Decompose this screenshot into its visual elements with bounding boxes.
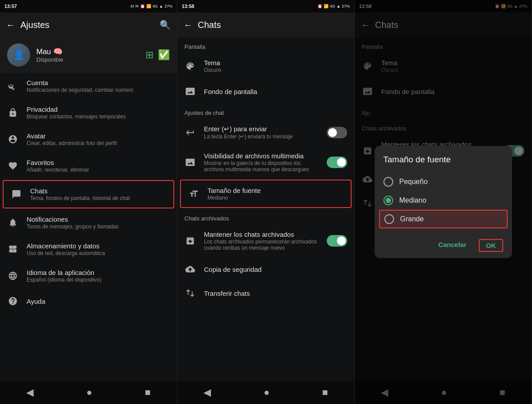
bell-icon xyxy=(7,217,19,228)
dialog-buttons: Cancelar OK xyxy=(383,235,503,252)
chats-item-fuente-title: Tamaño de fuente xyxy=(207,187,344,194)
chats-item-enter[interactable]: Enter (↵) para enviar La tecla Enter (↵)… xyxy=(177,119,354,146)
toggle-multimedia[interactable] xyxy=(327,157,347,168)
settings-item-idioma[interactable]: Idioma de la aplicación Español (idioma … xyxy=(0,263,177,289)
status-icons-1: M ✉ ⏰ 📶 4G ▲ 27% xyxy=(131,4,172,8)
dialog-option-pequeño[interactable]: Pequeño xyxy=(383,173,503,191)
chats-item-multimedia-subtitle: Mostrar en la galería de tu dispositivo … xyxy=(204,160,319,173)
chats-item-archivados[interactable]: Mantener los chats archivados Los chats … xyxy=(177,224,354,257)
toggle-archivados[interactable] xyxy=(327,235,347,247)
panel-chats-dialog: 13:58 ⏰ 📶 4G ▲ 27% ← Chats Pantalla Tema… xyxy=(355,0,532,404)
chats-item-fuente-subtitle: Mediano xyxy=(207,195,344,201)
chats-item-tema-subtitle: Oscuro xyxy=(204,67,347,73)
chats-item-backup-title: Copia de seguridad xyxy=(204,266,347,273)
chats-item-archivados-subtitle: Los chats archivados permanecerán archiv… xyxy=(204,239,319,251)
item-title-idioma: Idioma de la aplicación xyxy=(27,269,170,276)
profile-status: Disponible xyxy=(36,56,139,63)
chats-item-enter-subtitle: La tecla Enter (↵) enviará tu mensaje xyxy=(204,133,319,140)
globe-icon xyxy=(7,270,19,282)
settings-item-cuenta[interactable]: Cuenta Notificaciones de seguridad, camb… xyxy=(0,73,177,99)
section-label-archivados: Chats archivados xyxy=(177,209,354,224)
panel-ajustes: 13:57 M ✉ ⏰ 📶 4G ▲ 27% ← Ajustes 🔍 👤 Mau… xyxy=(0,0,177,404)
page-title-1: Ajustes xyxy=(20,20,154,30)
recent-nav-1[interactable]: ■ xyxy=(136,383,159,402)
header-2: ← Chats xyxy=(177,12,354,37)
cancel-button[interactable]: Cancelar xyxy=(435,239,470,252)
home-nav-2[interactable]: ● xyxy=(255,383,278,402)
chats-item-fuente[interactable]: Tamaño de fuente Mediano xyxy=(180,180,352,208)
back-nav-1[interactable]: ◀ xyxy=(17,383,43,402)
archive-icon xyxy=(184,235,196,247)
back-button-1[interactable]: ← xyxy=(6,20,15,30)
profile-section[interactable]: 👤 Mau 🧠 Disponible ⊞ ✅ xyxy=(0,37,177,73)
bottom-nav-1: ◀ ● ■ xyxy=(0,381,177,404)
item-title-avatar: Avatar xyxy=(27,132,170,140)
chat-icon xyxy=(11,188,22,200)
radio-pequeño xyxy=(383,177,393,187)
chats-item-multimedia-title: Visibilidad de archivos multimedia xyxy=(204,152,319,160)
chats-item-archivados-title: Mantener los chats archivados xyxy=(204,231,319,238)
check-circle-icon[interactable]: ✅ xyxy=(158,49,170,61)
option-label-pequeño: Pequeño xyxy=(399,178,428,186)
toggle-enter[interactable] xyxy=(327,127,347,138)
storage-icon xyxy=(7,243,19,255)
settings-item-almacenamiento[interactable]: Almacenamiento y datos Uso de red, desca… xyxy=(0,236,177,263)
settings-item-chats[interactable]: Chats Tema, fondos de pantalla, historia… xyxy=(3,180,174,208)
dialog-option-mediano[interactable]: Mediano xyxy=(383,191,503,210)
help-icon xyxy=(7,295,19,307)
item-subtitle-cuenta: Notificaciones de seguridad, cambiar núm… xyxy=(27,87,170,93)
chats-settings-list: Pantalla Tema Oscuro Fondo de pantalla A… xyxy=(177,37,354,381)
item-title-favoritos: Favoritos xyxy=(27,159,170,166)
chats-item-fondo-title: Fondo de pantalla xyxy=(204,88,347,95)
profile-name: Mau 🧠 xyxy=(36,47,139,56)
backup-icon xyxy=(184,263,196,275)
ok-button[interactable]: OK xyxy=(479,239,503,252)
settings-item-ayuda[interactable]: Ayuda xyxy=(0,289,177,313)
chats-item-transfer[interactable]: Transferir chats xyxy=(177,281,354,305)
status-icons-2: ⏰ 📶 4G ▲ 27% xyxy=(317,4,350,8)
chats-item-transfer-title: Transferir chats xyxy=(204,290,347,297)
dialog-overlay: Tamaño de fuente Pequeño Mediano Grande … xyxy=(355,0,532,404)
time-1: 13:57 xyxy=(4,4,17,9)
chats-item-multimedia[interactable]: Visibilidad de archivos multimedia Mostr… xyxy=(177,146,354,179)
font-icon xyxy=(188,188,200,200)
item-subtitle-notificaciones: Tonos de mensajes, grupos y llamadas xyxy=(27,224,170,230)
section-label-pantalla: Pantalla xyxy=(177,37,354,53)
chats-item-enter-title: Enter (↵) para enviar xyxy=(204,125,319,133)
status-bar-2: 13:58 ⏰ 📶 4G ▲ 27% xyxy=(177,0,354,12)
item-subtitle-idioma: Español (idioma del dispositivo) xyxy=(27,277,170,283)
avatar: 👤 xyxy=(7,43,30,67)
dialog-option-grande[interactable]: Grande xyxy=(379,210,508,228)
panel-chats: 13:58 ⏰ 📶 4G ▲ 27% ← Chats Pantalla Tema… xyxy=(177,0,355,404)
search-icon-1[interactable]: 🔍 xyxy=(160,20,171,30)
chats-item-fondo[interactable]: Fondo de pantalla xyxy=(177,79,354,103)
option-label-mediano: Mediano xyxy=(399,196,426,204)
qr-icon[interactable]: ⊞ xyxy=(145,49,153,61)
avatar-icon xyxy=(7,133,19,145)
item-subtitle-almacenamiento: Uso de red, descarga automática xyxy=(27,250,170,256)
settings-item-favoritos[interactable]: Favoritos Añadir, reordenar, eliminar xyxy=(0,153,177,179)
item-subtitle-privacidad: Bloquear contactos, mensajes temporales xyxy=(27,114,170,120)
enter-icon xyxy=(184,127,196,138)
section-label-ajustes: Ajustes de chat xyxy=(177,103,354,119)
back-button-2[interactable]: ← xyxy=(184,20,192,30)
heart-icon xyxy=(7,160,19,172)
home-nav-1[interactable]: ● xyxy=(78,383,101,402)
bottom-nav-2: ◀ ● ■ xyxy=(177,381,354,404)
chats-item-backup[interactable]: Copia de seguridad xyxy=(177,257,354,281)
settings-item-notificaciones[interactable]: Notificaciones Tonos de mensajes, grupos… xyxy=(0,209,177,236)
item-title-notificaciones: Notificaciones xyxy=(27,216,170,223)
item-title-chats: Chats xyxy=(30,187,166,195)
item-subtitle-avatar: Crear, editar, administrar foto del perf… xyxy=(27,140,170,146)
settings-list: Cuenta Notificaciones de seguridad, camb… xyxy=(0,73,177,381)
font-size-dialog: Tamaño de fuente Pequeño Mediano Grande … xyxy=(375,146,512,258)
multimedia-icon xyxy=(184,157,196,168)
settings-item-avatar[interactable]: Avatar Crear, editar, administrar foto d… xyxy=(0,126,177,153)
back-nav-2[interactable]: ◀ xyxy=(195,383,220,402)
page-title-2: Chats xyxy=(198,20,348,30)
chats-item-tema-title: Tema xyxy=(204,59,347,67)
recent-nav-2[interactable]: ■ xyxy=(313,383,336,402)
settings-item-privacidad[interactable]: Privacidad Bloquear contactos, mensajes … xyxy=(0,99,177,126)
time-2: 13:58 xyxy=(182,4,194,9)
chats-item-tema[interactable]: Tema Oscuro xyxy=(177,53,354,79)
